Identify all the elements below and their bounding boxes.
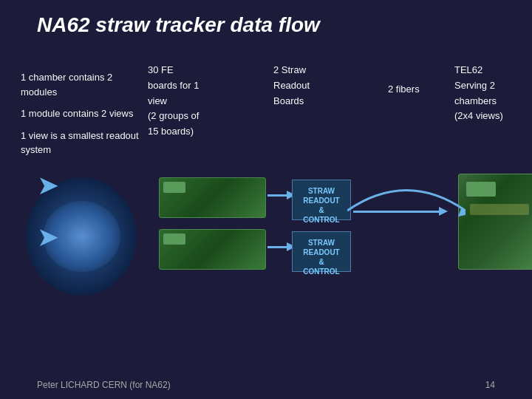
footer-page: 14	[485, 380, 495, 390]
footer-author: Peter LICHARD CERN (for NA62)	[37, 380, 171, 390]
fe-block: 30 FE boards for 1 view (2 groups of 15 …	[148, 63, 199, 140]
fe-board-top-image	[159, 177, 266, 218]
arrow-fe-to-readout-bottom	[267, 246, 290, 248]
slide-title: NA62 straw tracker data flow	[37, 13, 320, 37]
footer: Peter LICHARD CERN (for NA62) 14	[0, 380, 532, 390]
item2: 1 module contains 2 views	[21, 106, 150, 121]
fibers-arrow-svg	[347, 170, 466, 229]
readout-box-bottom: STRAW READOUT & CONTROL	[292, 231, 351, 272]
tel62-block: TEL62 Serving 2 chambers (2x4 views)	[454, 63, 503, 124]
svg-marker-0	[458, 207, 466, 216]
fibers-label: 2 fibers	[388, 83, 420, 95]
diagram: 30 FE boards for 1 view (2 groups of 15 …	[148, 63, 532, 358]
slide: NA62 straw tracker data flow 1 chamber c…	[0, 0, 532, 399]
curve-arrow-bottom: ➤	[37, 222, 59, 253]
arrow-fe-to-readout-top	[267, 194, 290, 197]
curve-arrow-top: ➤	[37, 170, 59, 201]
tel62-image	[458, 174, 532, 270]
item1: 1 chamber contains 2 modules	[21, 70, 150, 99]
readout-box-top: STRAW READOUT & CONTROL	[292, 180, 351, 220]
item3: 1 view is a smallest readout system	[21, 129, 150, 157]
straw-readout-label: 2 Straw Readout Boards	[273, 63, 310, 109]
fe-board-bottom-image	[159, 229, 266, 270]
left-panel: 1 chamber contains 2 modules 1 module co…	[21, 70, 150, 165]
